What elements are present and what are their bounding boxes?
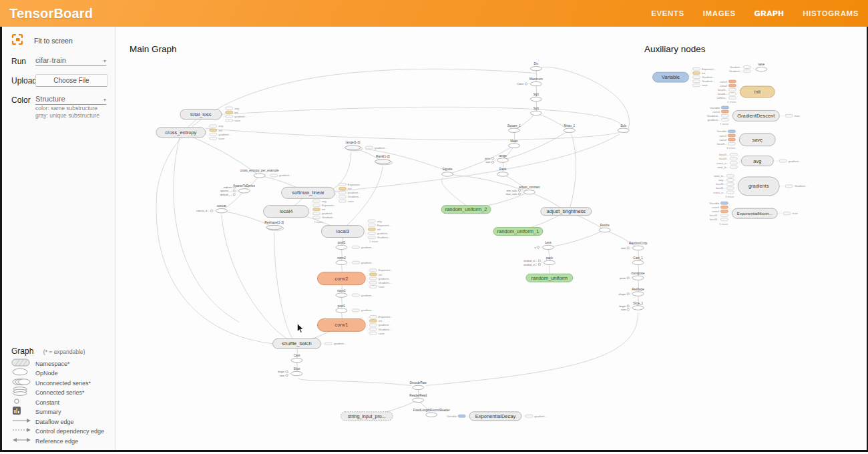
svg-text:strided_sl...: strided_sl... bbox=[523, 263, 537, 266]
chevron-down-icon: ▾ bbox=[103, 97, 106, 103]
tab-histograms[interactable]: HISTOGRAMS bbox=[803, 9, 859, 17]
graph-node-save[interactable]: saveVariableconv1conv2local3...3 more bbox=[716, 130, 775, 150]
svg-text:total_loss: total_loss bbox=[190, 111, 212, 118]
graph-node-pack[interactable]: packstrided_sl...strided_sl... bbox=[523, 256, 555, 266]
svg-text:gradient...: gradient... bbox=[322, 212, 335, 215]
graph-node-concat[interactable]: concatconcat_d... bbox=[196, 204, 227, 213]
graph-node-auxtop[interactable]: saveGradien...Gradient... bbox=[729, 63, 767, 73]
svg-text:local3...: local3... bbox=[717, 142, 726, 146]
graph-node-adjb[interactable]: adjust_brightness bbox=[541, 208, 592, 216]
graph-node-cepe[interactable]: cross_entropy_per_examplegradient... bbox=[240, 169, 292, 178]
svg-text:1 more: 1 more bbox=[314, 220, 323, 224]
graph-node-readerread[interactable]: ReaderRead bbox=[409, 394, 427, 403]
graph-node-resize[interactable]: Resize bbox=[599, 224, 610, 232]
choose-file-button[interactable]: Choose File bbox=[35, 74, 107, 87]
svg-text:Square_1: Square_1 bbox=[507, 124, 521, 128]
graph-node-mean[interactable]: Mean bbox=[508, 140, 519, 148]
svg-text:default_...: default_... bbox=[220, 193, 232, 196]
graph-node-pool2[interactable]: pool2gradient... bbox=[336, 241, 374, 250]
graph-node-local4[interactable]: local4avgExponent...initgradient...Gradi… bbox=[264, 200, 336, 224]
svg-text:Gradien...: Gradien... bbox=[730, 65, 742, 69]
fit-to-screen-icon[interactable] bbox=[11, 33, 23, 48]
graph-node-graddesc[interactable]: GradientDescentVariableconv1Gradient...g… bbox=[707, 106, 801, 126]
svg-text:init: init bbox=[379, 319, 383, 322]
app-header: TensorBoard EVENTS IMAGES GRAPH HISTOGRA… bbox=[0, 0, 868, 27]
svg-text:avg: avg bbox=[377, 220, 382, 223]
graph-node-init[interactable]: initconv1conv2local3...local4...softma..… bbox=[716, 80, 775, 104]
color-select[interactable]: Structure ▾ bbox=[35, 95, 106, 105]
svg-text:1 more: 1 more bbox=[720, 122, 729, 126]
graph-node-shuffle_batch[interactable]: shuffle_batchgradient... bbox=[273, 338, 347, 349]
graph-node-flrr[interactable]: FixedLengthRecordReader bbox=[413, 409, 451, 417]
graph-node-ru2[interactable]: random_uniform_2 bbox=[441, 206, 491, 214]
svg-text:gradient...: gradient... bbox=[234, 115, 247, 118]
graph-node-total_loss[interactable]: total_lossavginitgradient...save bbox=[180, 107, 247, 123]
graph-node-sub2[interactable]: Sub bbox=[618, 124, 629, 133]
svg-text:Gradient...: Gradient... bbox=[707, 114, 720, 118]
graph-node-sqrt[interactable]: Sqrt bbox=[530, 93, 541, 101]
svg-text:local3...: local3... bbox=[719, 153, 728, 156]
svg-text:gradient...: gradient... bbox=[361, 294, 374, 297]
graph-node-square1[interactable]: Square_1 bbox=[507, 124, 521, 133]
svg-text:avg: avg bbox=[234, 107, 239, 110]
graph-node-range13[interactable]: range[1-3]gradient... bbox=[345, 141, 387, 151]
run-select[interactable]: cifar-train ▾ bbox=[35, 56, 106, 66]
graph-node-transpose[interactable]: transposeperm bbox=[620, 272, 645, 280]
graph-node-less[interactable]: Lessy bbox=[534, 241, 554, 250]
graph-svg[interactable]: total_lossavginitgradient...savecross_en… bbox=[116, 27, 867, 450]
svg-text:gradient...: gradient... bbox=[361, 308, 374, 312]
graph-node-avg[interactable]: avglocal3...local4...cross_e...total_lo.… bbox=[716, 153, 801, 169]
graph-node-expmov[interactable]: ExponentialMovin...Variableconv1conv2loc… bbox=[709, 202, 798, 226]
graph-node-conv2[interactable]: conv2Exponent...initgradient...Gradient.… bbox=[317, 268, 392, 288]
svg-text:local3...: local3... bbox=[718, 88, 727, 91]
graph-node-slice1[interactable]: Slice_1beginsize bbox=[619, 302, 644, 312]
graph-node-div[interactable]: Div bbox=[530, 62, 541, 71]
svg-text:conv1: conv1 bbox=[719, 134, 727, 138]
fit-to-screen-label[interactable]: Fit to screen bbox=[34, 37, 73, 45]
tab-events[interactable]: EVENTS bbox=[651, 9, 684, 17]
graph-node-randomcrop[interactable]: RandomCropsize bbox=[621, 242, 648, 250]
svg-text:init: init bbox=[234, 111, 238, 114]
graph-node-variable[interactable]: VariableExponent...initGradient...Gradie… bbox=[653, 67, 716, 87]
graph-node-ru[interactable]: random_uniform bbox=[526, 274, 573, 282]
graph-canvas[interactable]: Main Graph Auxiliary nodes total_lossavg… bbox=[116, 27, 867, 450]
graph-node-gradients[interactable]: gradientstotal_lo...avg...local3...local… bbox=[713, 174, 807, 198]
graph-node-maximum[interactable]: MaximumConst bbox=[517, 77, 543, 86]
graph-node-pool1[interactable]: pool1gradient... bbox=[336, 304, 374, 313]
graph-node-sip[interactable]: string_input_pro... bbox=[341, 412, 393, 421]
run-label: Run bbox=[11, 57, 35, 66]
graph-node-rank12[interactable]: Rank[1-2] bbox=[375, 155, 392, 165]
svg-text:conv2: conv2 bbox=[720, 84, 728, 87]
graph-node-square[interactable]: Square bbox=[442, 168, 453, 176]
tab-graph[interactable]: GRAPH bbox=[754, 9, 785, 17]
svg-text:gradient...: gradient... bbox=[379, 277, 391, 280]
svg-text:Less: Less bbox=[545, 241, 552, 244]
graph-node-cross_entropy[interactable]: cross_entropyavginitgradient...save bbox=[156, 124, 231, 140]
svg-text:begin: begin bbox=[619, 304, 626, 308]
svg-text:Rank[1-2]: Rank[1-2] bbox=[376, 155, 390, 158]
svg-text:init: init bbox=[322, 208, 326, 211]
graph-node-mean1[interactable]: Mean_1 bbox=[564, 124, 575, 133]
svg-text:local4...: local4... bbox=[710, 218, 719, 221]
svg-text:Reshape: Reshape bbox=[632, 288, 644, 291]
svg-text:local3...: local3... bbox=[716, 182, 725, 186]
graph-node-reshape13[interactable]: Reshape[1-3] bbox=[264, 221, 284, 231]
svg-text:save: save bbox=[379, 332, 385, 335]
graph-node-std[interactable]: SparseToDenseindicessparse_...default_..… bbox=[220, 184, 256, 196]
graph-node-cast[interactable]: Cast bbox=[291, 354, 302, 363]
graph-node-cast1[interactable]: Cast_1 bbox=[632, 256, 644, 265]
svg-text:transpose: transpose bbox=[632, 272, 646, 275]
fit-to-screen-row[interactable]: Fit to screen bbox=[11, 33, 116, 48]
graph-node-local3[interactable]: local3avgExponent...initgradient...Gradi… bbox=[321, 220, 391, 244]
graph-node-reshape_op[interactable]: Reshapeshape bbox=[618, 288, 644, 296]
graph-node-sub[interactable]: Sub bbox=[530, 107, 541, 116]
svg-text:cross_entropy_per_example: cross_entropy_per_example bbox=[240, 169, 279, 172]
graph-node-slice[interactable]: Slicebeginsize bbox=[278, 367, 302, 377]
graph-node-decoderaw[interactable]: DecodeRaw bbox=[410, 381, 427, 390]
tab-images[interactable]: IMAGES bbox=[703, 9, 736, 17]
graph-node-norm2[interactable]: norm2gradient... bbox=[336, 256, 374, 265]
graph-node-ru1[interactable]: random_uniform_1 bbox=[493, 228, 543, 236]
graph-node-expdecay[interactable]: ExponentialDecaygradient...Variable bbox=[447, 412, 547, 421]
color-help-line2: gray: unique substructure bbox=[35, 112, 116, 120]
graph-node-norm1[interactable]: norm1gradient... bbox=[336, 289, 374, 298]
